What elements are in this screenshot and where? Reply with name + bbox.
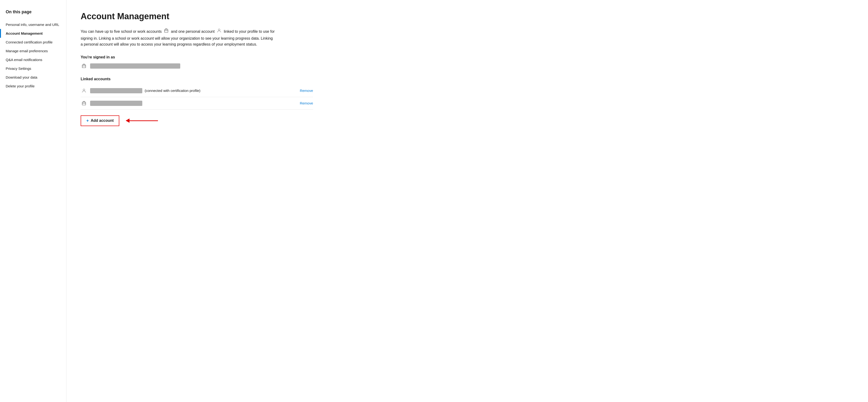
work-account-icon bbox=[164, 28, 169, 35]
linked-account-2-email-redacted bbox=[90, 101, 142, 106]
sidebar-item-connected-certification[interactable]: Connected certification profile bbox=[6, 38, 66, 47]
arrow-indicator bbox=[126, 118, 158, 123]
sidebar-item-account-management[interactable]: Account Management bbox=[6, 29, 66, 38]
linked-personal-icon bbox=[81, 87, 87, 94]
svg-point-2 bbox=[218, 29, 220, 31]
svg-rect-0 bbox=[164, 29, 168, 32]
plus-icon: + bbox=[86, 118, 89, 123]
personal-account-icon bbox=[217, 28, 222, 35]
add-account-container: + Add account bbox=[81, 115, 313, 126]
arrow-line bbox=[129, 120, 158, 121]
signed-in-section: You're signed in as bbox=[81, 55, 313, 69]
description-text: You can have up to five school or work a… bbox=[81, 28, 275, 48]
cert-profile-note: (connected with certification profile) bbox=[145, 89, 200, 93]
arrow-head bbox=[126, 118, 129, 123]
sidebar-item-privacy-settings[interactable]: Privacy Settings bbox=[6, 64, 66, 73]
add-account-button[interactable]: + Add account bbox=[81, 115, 119, 126]
linked-account-row-2: Remove bbox=[81, 97, 313, 110]
linked-account-1-email-redacted bbox=[90, 88, 142, 93]
sidebar: On this page Personal info, username and… bbox=[0, 0, 66, 402]
linked-accounts-section: Linked accounts (connected with certific… bbox=[81, 77, 313, 110]
signed-in-label: You're signed in as bbox=[81, 55, 313, 59]
signed-in-row bbox=[81, 63, 313, 69]
add-account-label: Add account bbox=[91, 118, 114, 123]
main-content: Account Management You can have up to fi… bbox=[66, 0, 327, 402]
sidebar-item-qa-email[interactable]: Q&A email notifications bbox=[6, 55, 66, 64]
linked-work-icon bbox=[81, 100, 87, 107]
svg-rect-6 bbox=[82, 102, 86, 105]
sidebar-title: On this page bbox=[6, 9, 66, 15]
sidebar-item-manage-email[interactable]: Manage email preferences bbox=[6, 47, 66, 55]
linked-account-row-1: (connected with certification profile) R… bbox=[81, 85, 313, 97]
signed-in-email-redacted bbox=[90, 63, 180, 68]
sidebar-item-personal-info[interactable]: Personal info, username and URL bbox=[6, 20, 66, 29]
remove-account-2-button[interactable]: Remove bbox=[300, 101, 313, 105]
linked-account-1-text: (connected with certification profile) bbox=[90, 88, 297, 93]
linked-account-2-text bbox=[90, 101, 297, 106]
sidebar-item-download-data[interactable]: Download your data bbox=[6, 73, 66, 82]
signed-in-work-icon bbox=[81, 63, 87, 69]
svg-rect-3 bbox=[82, 65, 86, 68]
remove-account-1-button[interactable]: Remove bbox=[300, 89, 313, 93]
svg-point-5 bbox=[83, 89, 85, 91]
page-title: Account Management bbox=[81, 11, 313, 21]
sidebar-item-delete-profile[interactable]: Delete your profile bbox=[6, 82, 66, 90]
sidebar-nav: Personal info, username and URL Account … bbox=[6, 20, 66, 90]
linked-accounts-label: Linked accounts bbox=[81, 77, 313, 81]
